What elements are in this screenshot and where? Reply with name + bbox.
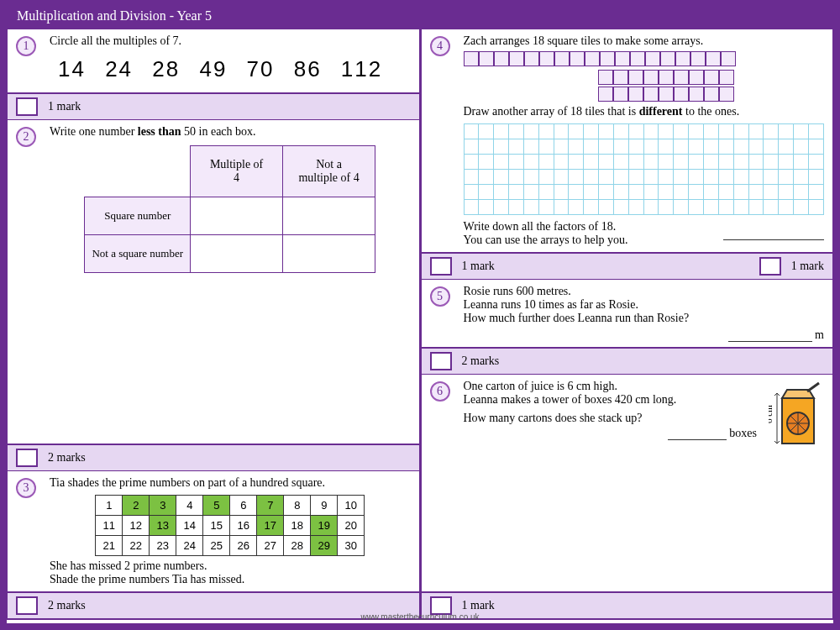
content-columns: 1 Circle all the multiples of 7. 14 24 2…: [7, 29, 833, 620]
q4-factors-l1: Write down all the factors of 18.: [464, 220, 628, 234]
q6-mark-label: 1 mark: [462, 599, 495, 612]
hundred-cell[interactable]: 18: [284, 516, 311, 536]
q3-hundred-square[interactable]: 1234567891011121314151617181920212223242…: [95, 495, 365, 556]
hundred-cell[interactable]: 14: [176, 516, 203, 536]
q5-l3: How much further does Leanna run than Ro…: [464, 312, 825, 325]
hundred-cell[interactable]: 21: [96, 536, 123, 556]
q6-answer[interactable]: [668, 427, 727, 440]
q4-markbox-a[interactable]: [430, 257, 452, 276]
hundred-cell[interactable]: 29: [311, 536, 338, 556]
q1-numbers[interactable]: 14 24 28 49 70 86 112: [58, 56, 411, 82]
q2-mark-label: 2 marks: [48, 451, 86, 465]
q4-drawing-grid[interactable]: [464, 123, 825, 215]
hundred-cell[interactable]: 8: [284, 496, 311, 516]
right-column: 4 Zach arranges 18 square tiles to make …: [420, 29, 834, 620]
q4-markbar: 1 mark 1 mark: [422, 253, 833, 280]
q3-mark-label: 2 marks: [48, 599, 86, 612]
hundred-cell[interactable]: 3: [150, 496, 176, 516]
hundred-cell[interactable]: 10: [338, 496, 365, 516]
q2-col2-header: Not a multiple of 4: [283, 146, 375, 197]
hundred-cell[interactable]: 11: [96, 516, 123, 536]
footer-url: www.masterthecurriculum.co.uk: [7, 612, 833, 622]
q6-l1: One carton of juice is 6 cm high.: [464, 380, 758, 393]
question-5: 5 Rosie runs 600 metres. Leanna runs 10 …: [422, 280, 833, 348]
q2-markbar: 2 marks: [8, 444, 419, 471]
q2-cell-2-2[interactable]: [283, 235, 375, 273]
q4-array-2x9: [598, 70, 825, 102]
q5-markbox[interactable]: [430, 352, 452, 370]
page-title: Multiplication and Division - Year 5: [17, 8, 212, 23]
hundred-cell[interactable]: 13: [150, 516, 176, 536]
hundred-cell[interactable]: 2: [123, 496, 150, 516]
q4-array-1x18: [464, 51, 825, 66]
q6-dim-label: 6 cm: [769, 405, 774, 423]
q3-line1: She has missed 2 prime numbers.: [50, 559, 411, 573]
q2-col1-header: Multiple of 4: [191, 146, 283, 197]
hundred-cell[interactable]: 6: [230, 496, 257, 516]
hundred-cell[interactable]: 7: [257, 496, 284, 516]
hundred-cell[interactable]: 24: [176, 536, 203, 556]
hundred-cell[interactable]: 5: [203, 496, 230, 516]
hundred-cell[interactable]: 15: [203, 516, 230, 536]
q4-factors-row: Write down all the factors of 18. You ca…: [464, 220, 825, 247]
q2-row1-header: Square number: [85, 197, 191, 235]
q4-mark-label-b: 1 mark: [791, 260, 824, 273]
q5-mark-label: 2 marks: [462, 354, 500, 368]
juice-carton-icon: 6 cm: [769, 381, 822, 449]
hundred-cell[interactable]: 22: [123, 536, 150, 556]
q4-mark-label-a: 1 mark: [462, 260, 495, 273]
q5-l2: Leanna runs 10 times as far as Rosie.: [464, 298, 825, 312]
q5-answer[interactable]: [728, 328, 812, 342]
q6-l3: How many cartons does she stack up?: [464, 412, 758, 425]
hundred-cell[interactable]: 12: [123, 516, 150, 536]
question-2: 2 Write one number less than 50 in each …: [8, 120, 419, 444]
q5-l1: Rosie runs 600 metres.: [464, 285, 825, 298]
q6-unit: boxes: [729, 427, 757, 439]
q4-prompt: Zach arranges 18 square tiles to make so…: [464, 34, 825, 48]
q4-factors-l2: You can use the arrays to help you.: [464, 234, 628, 247]
q1-prompt: Circle all the multiples of 7.: [50, 34, 411, 48]
q2-table: Multiple of 4 Not a multiple of 4 Square…: [84, 145, 375, 273]
hundred-cell[interactable]: 23: [150, 536, 176, 556]
hundred-cell[interactable]: 20: [338, 516, 365, 536]
q3-prompt: Tia shades the prime numbers on part of …: [50, 476, 411, 490]
q4-markbox-b[interactable]: [759, 257, 781, 276]
hundred-cell[interactable]: 17: [257, 516, 284, 536]
hundred-cell[interactable]: 16: [230, 516, 257, 536]
q5-number: 5: [430, 286, 450, 307]
q2-markbox[interactable]: [16, 449, 38, 467]
page-header: Multiplication and Division - Year 5: [7, 7, 833, 29]
q6-number: 6: [430, 381, 450, 402]
q3-number: 3: [16, 478, 36, 498]
q2-row2-header: Not a square number: [85, 235, 191, 273]
q1-number: 1: [16, 36, 36, 56]
hundred-cell[interactable]: 28: [284, 536, 311, 556]
q5-unit: m: [815, 328, 824, 341]
q4-line2: Draw another array of 18 tiles that is d…: [464, 105, 825, 118]
svg-line-8: [807, 383, 819, 391]
hundred-cell[interactable]: 25: [203, 536, 230, 556]
hundred-cell[interactable]: 19: [311, 516, 338, 536]
hundred-cell[interactable]: 4: [176, 496, 203, 516]
question-3: 3 Tia shades the prime numbers on part o…: [8, 471, 419, 592]
question-1: 1 Circle all the multiples of 7. 14 24 2…: [8, 29, 419, 93]
worksheet-page: Multiplication and Division - Year 5 1 C…: [0, 0, 840, 630]
hundred-cell[interactable]: 1: [96, 496, 123, 516]
q1-markbar: 1 mark: [8, 93, 419, 120]
hundred-cell[interactable]: 26: [230, 536, 257, 556]
q5-markbar: 2 marks: [422, 348, 833, 375]
question-4: 4 Zach arranges 18 square tiles to make …: [422, 29, 833, 253]
hundred-cell[interactable]: 27: [257, 536, 284, 556]
q6-l2: Leanna makes a tower of boxes 420 cm lon…: [464, 393, 758, 407]
q4-number: 4: [430, 36, 450, 56]
q2-number: 2: [16, 127, 36, 147]
q2-cell-1-1[interactable]: [191, 197, 283, 235]
question-6: 6 One carton of juice is 6 cm high. Lean…: [422, 375, 833, 592]
q2-cell-1-2[interactable]: [283, 197, 375, 235]
hundred-cell[interactable]: 30: [338, 536, 365, 556]
q2-prompt: Write one number less than 50 in each bo…: [50, 125, 411, 139]
q1-markbox[interactable]: [16, 97, 38, 116]
q2-cell-2-1[interactable]: [191, 235, 283, 273]
q4-factors-answer[interactable]: [723, 227, 824, 240]
hundred-cell[interactable]: 9: [311, 496, 338, 516]
